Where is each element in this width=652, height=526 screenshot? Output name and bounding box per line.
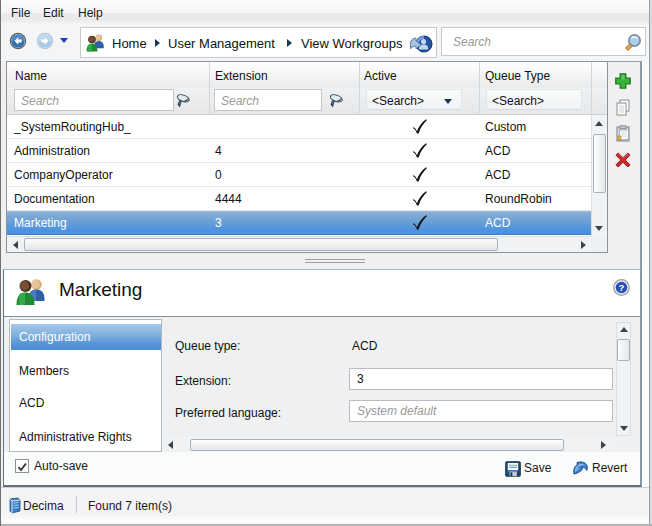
svg-text:?: ? [619, 282, 625, 293]
